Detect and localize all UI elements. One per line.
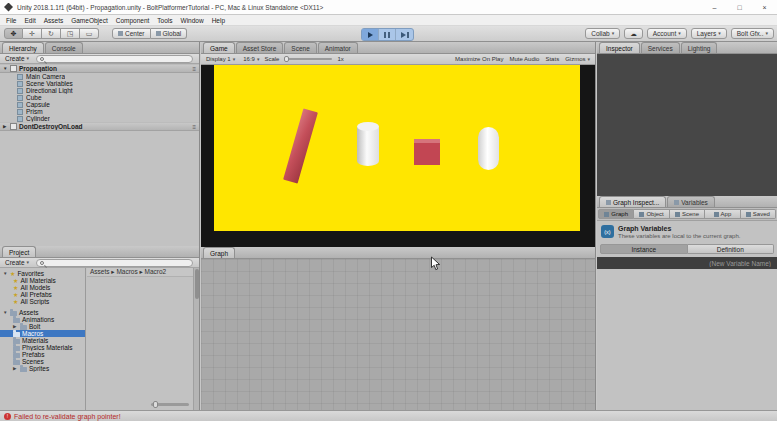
scene-header-dontdestroyonload[interactable]: ▶ DontDestroyOnLoad ≡ [0, 122, 199, 131]
scene-header-propagation[interactable]: ▼ Propagation ≡ [0, 64, 199, 73]
foldout-closed-icon[interactable]: ▶ [13, 323, 18, 330]
new-variable-input[interactable] [603, 260, 771, 267]
minimize-button[interactable]: – [702, 0, 727, 14]
move-tool-button[interactable]: ✛ [23, 28, 42, 39]
scale-slider[interactable] [284, 58, 332, 60]
collab-dropdown[interactable]: Collab▾ [585, 28, 620, 39]
hierarchy-item-directional-light[interactable]: Directional Light [0, 87, 199, 94]
menu-edit[interactable]: Edit [20, 15, 39, 26]
favorite-all-prefabs[interactable]: ★All Prefabs [0, 291, 85, 298]
tab-inspector[interactable]: Inspector [599, 42, 640, 53]
menu-file[interactable]: File [2, 15, 20, 26]
gizmos-dropdown[interactable]: Gizmos▾ [562, 54, 593, 65]
scrollbar-thumb[interactable] [195, 269, 199, 299]
play-button[interactable] [362, 29, 379, 40]
scene-menu-icon[interactable]: ≡ [192, 66, 196, 72]
scale-tool-button[interactable]: ◳ [61, 28, 80, 39]
folder-sprites[interactable]: ▶Sprites [0, 365, 85, 372]
display-dropdown[interactable]: Display 1▾ [203, 54, 238, 65]
pause-button[interactable] [379, 29, 396, 40]
account-dropdown[interactable]: Account▾ [647, 28, 687, 39]
rect-tool-button[interactable]: ▭ [80, 28, 99, 39]
tab-lighting[interactable]: Lighting [681, 42, 718, 53]
status-bar[interactable]: ! Failed to re-validate graph pointer! [0, 410, 777, 421]
mute-audio-button[interactable]: Mute Audio [506, 54, 542, 65]
foldout-open-icon[interactable]: ▼ [3, 309, 8, 316]
project-search[interactable] [36, 259, 193, 267]
favorite-all-materials[interactable]: ★All Materials [0, 277, 85, 284]
folder-materials[interactable]: Materials [0, 337, 85, 344]
foldout-open-icon[interactable]: ▼ [3, 270, 8, 277]
folder-physics-materials[interactable]: Physics Materials [0, 344, 85, 351]
scale-slider-knob[interactable] [284, 56, 289, 62]
favorite-all-models[interactable]: ★All Models [0, 284, 85, 291]
folder-macros[interactable]: Macros [0, 330, 85, 337]
tab-hierarchy[interactable]: Hierarchy [2, 42, 44, 53]
tab-console[interactable]: Console [45, 42, 83, 53]
tab-project[interactable]: Project [2, 246, 36, 257]
folder-prefabs[interactable]: Prefabs [0, 351, 85, 358]
maximize-button[interactable]: □ [727, 0, 752, 14]
scene-menu-icon[interactable]: ≡ [192, 124, 196, 130]
hierarchy-search-input[interactable] [46, 56, 189, 62]
menu-component[interactable]: Component [112, 15, 154, 26]
tab-services[interactable]: Services [641, 42, 680, 53]
rotate-tool-button[interactable]: ↻ [42, 28, 61, 39]
aspect-ratio-dropdown[interactable]: 16:9▾ [240, 54, 262, 65]
project-create-button[interactable]: Create▾ [2, 259, 32, 266]
definition-tab[interactable]: Definition [688, 244, 775, 254]
project-search-input[interactable] [46, 260, 189, 266]
favorite-all-scripts[interactable]: ★All Scripts [0, 298, 85, 305]
hierarchy-item-capsule[interactable]: Capsule [0, 101, 199, 108]
folder-scenes[interactable]: Scenes [0, 358, 85, 365]
hand-tool-button[interactable]: ✥ [4, 28, 23, 39]
cloud-button[interactable]: ☁ [624, 28, 643, 39]
folder-bolt[interactable]: ▶Bolt [0, 323, 85, 330]
tab-game[interactable]: Game [203, 42, 235, 53]
scope-graph-button[interactable]: Graph [598, 209, 634, 219]
hierarchy-item-cube[interactable]: Cube [0, 94, 199, 101]
scope-saved-button[interactable]: Saved [741, 209, 776, 219]
graph-canvas[interactable] [201, 259, 595, 410]
tab-animator[interactable]: Animator [318, 42, 358, 53]
pivot-toggle-button[interactable]: Center [112, 28, 151, 39]
foldout-closed-icon[interactable]: ▶ [13, 365, 18, 372]
assets-root[interactable]: ▼Assets [0, 309, 85, 316]
menu-assets[interactable]: Assets [40, 15, 68, 26]
step-button[interactable] [396, 29, 413, 40]
tab-asset-store[interactable]: Asset Store [236, 42, 284, 53]
project-scrollbar[interactable] [193, 268, 199, 410]
tab-graph-inspector[interactable]: Graph Inspect... [599, 196, 666, 207]
favorites-root[interactable]: ▼★Favorites [0, 270, 85, 277]
hierarchy-item-cylinder[interactable]: Cylinder [0, 115, 199, 122]
menu-tools[interactable]: Tools [153, 15, 176, 26]
tab-variables[interactable]: Variables [667, 196, 715, 207]
foldout-open-icon[interactable]: ▼ [3, 66, 10, 71]
breadcrumb[interactable]: Assets ▸ Macros ▸ Macro2 [87, 268, 193, 277]
menu-help[interactable]: Help [208, 15, 229, 26]
hierarchy-item-scene-variables[interactable]: Scene Variables [0, 80, 199, 87]
layers-dropdown[interactable]: Layers▾ [691, 28, 727, 39]
chevron-down-icon: ▾ [765, 31, 768, 36]
layout-dropdown[interactable]: Bolt Gfx..▾ [731, 28, 774, 39]
hierarchy-item-prism[interactable]: Prism [0, 108, 199, 115]
close-button[interactable]: × [752, 0, 777, 14]
foldout-closed-icon[interactable]: ▶ [3, 124, 10, 129]
tab-scene[interactable]: Scene [284, 42, 316, 53]
hierarchy-search[interactable] [36, 55, 193, 63]
maximize-on-play-button[interactable]: Maximize On Play [452, 54, 506, 65]
menu-window[interactable]: Window [177, 15, 208, 26]
hierarchy-create-button[interactable]: Create▾ [2, 55, 32, 62]
space-toggle-button[interactable]: Global [151, 28, 188, 39]
scope-object-button[interactable]: Object [634, 209, 669, 219]
menu-gameobject[interactable]: GameObject [67, 15, 112, 26]
tab-graph[interactable]: Graph [203, 247, 235, 258]
scope-app-button[interactable]: App [705, 209, 740, 219]
slider-knob[interactable] [153, 401, 158, 408]
scope-scene-button[interactable]: Scene [670, 209, 705, 219]
instance-tab[interactable]: Instance [600, 244, 688, 254]
thumbnail-size-slider[interactable] [151, 403, 189, 406]
hierarchy-item-main-camera[interactable]: Main Camera [0, 73, 199, 80]
stats-button[interactable]: Stats [542, 54, 562, 65]
folder-animations[interactable]: Animations [0, 316, 85, 323]
